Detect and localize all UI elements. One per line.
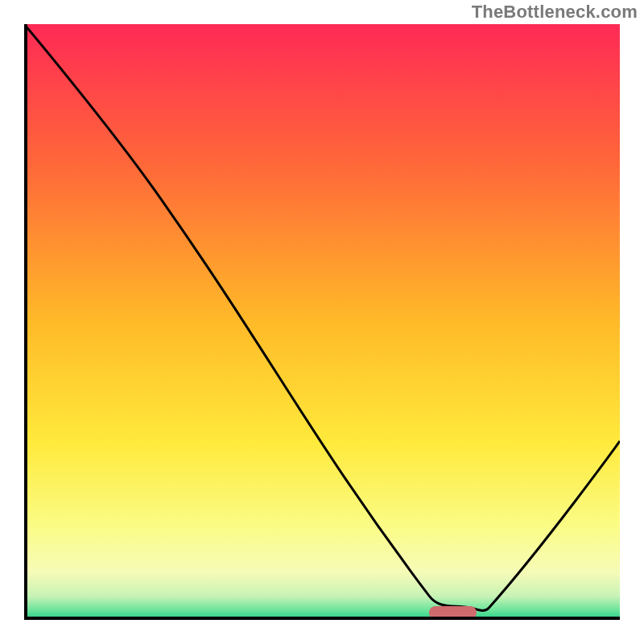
target-marker	[429, 606, 477, 619]
attribution-text: TheBottleneck.com	[472, 2, 638, 23]
plot-svg	[24, 24, 620, 620]
chart-stage: TheBottleneck.com	[0, 0, 644, 644]
plot-area	[24, 24, 620, 620]
gradient-background	[24, 24, 620, 620]
